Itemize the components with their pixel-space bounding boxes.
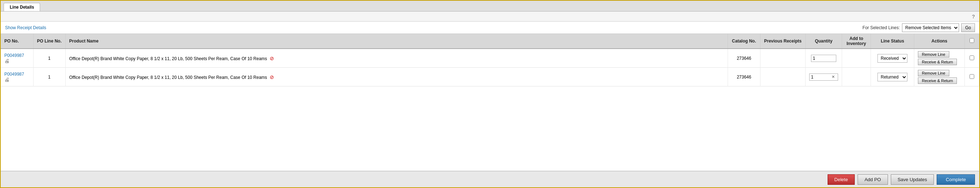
row2-po-no: P0049987 🖨 [1, 68, 33, 87]
row2-checkbox-cell [965, 68, 979, 87]
row1-previous-receipts [760, 49, 805, 68]
row2-actions-cell: Remove Line Receive & Return [914, 68, 965, 87]
row1-po-link[interactable]: P0049987 [4, 53, 24, 58]
table-row: P0049987 🖨 1 Office Depot(R) Brand White… [1, 49, 979, 68]
for-selected-lines-label: For Selected Lines: [863, 25, 900, 30]
col-header-product-name: Product Name [65, 34, 728, 49]
row2-previous-receipts [760, 68, 805, 87]
row1-remove-line-button[interactable]: Remove Line [918, 51, 949, 58]
line-details-tab[interactable]: Line Details [3, 3, 40, 11]
row1-po-no: P0049987 🖨 [1, 49, 33, 68]
row1-line-status-cell: Received Returned Damaged [871, 49, 914, 68]
col-header-line-status: Line Status [871, 34, 914, 49]
row2-remove-line-button[interactable]: Remove Line [918, 70, 949, 76]
col-header-po-line-no: PO Line No. [33, 34, 65, 49]
col-header-catalog-no: Catalog No. [728, 34, 760, 49]
col-header-add-to-inventory: Add toInventory [842, 34, 871, 49]
row1-po-line-no: 1 [33, 49, 65, 68]
help-icon[interactable]: ? [972, 14, 975, 19]
row1-catalog-no: 273646 [728, 49, 760, 68]
col-header-quantity: Quantity [806, 34, 842, 49]
add-po-button[interactable]: Add PO [858, 174, 888, 185]
row1-quantity-input[interactable] [811, 55, 836, 62]
row2-line-status-select[interactable]: Received Returned Damaged [877, 73, 907, 81]
row2-print-icon[interactable]: 🖨 [4, 77, 10, 82]
row1-receive-return-button[interactable]: Receive & Return [918, 59, 957, 65]
row2-checkbox[interactable] [969, 74, 974, 79]
delete-button[interactable]: Delete [827, 174, 855, 185]
row2-product-name: Office Depot(R) Brand White Copy Paper, … [65, 68, 728, 87]
row2-line-status-cell: Received Returned Damaged [871, 68, 914, 87]
row1-print-icon[interactable]: 🖨 [4, 58, 10, 64]
row1-line-status-select[interactable]: Received Returned Damaged [877, 54, 907, 63]
col-header-po-no: PO No. [1, 34, 33, 49]
row1-actions-cell: Remove Line Receive & Return [914, 49, 965, 68]
col-header-previous-receipts: Previous Receipts [760, 34, 805, 49]
row2-po-link[interactable]: P0049987 [4, 72, 24, 77]
select-all-checkbox[interactable] [969, 38, 974, 43]
go-button[interactable]: Go [961, 24, 975, 32]
complete-button[interactable]: Complete [937, 174, 975, 185]
col-header-actions: Actions [914, 34, 965, 49]
row1-quantity-cell [806, 49, 842, 68]
row1-checkbox[interactable] [969, 55, 974, 60]
row2-quantity-input[interactable] [811, 74, 831, 80]
row2-po-line-no: 1 [33, 68, 65, 87]
row2-info-icon[interactable]: ⊘ [270, 74, 274, 80]
footer-bar: Delete Add PO Save Updates Complete [1, 171, 979, 187]
row1-checkbox-cell [965, 49, 979, 68]
save-updates-button[interactable]: Save Updates [891, 174, 934, 185]
line-details-table-container: PO No. PO Line No. Product Name Catalog … [1, 34, 979, 171]
row1-add-to-inventory [842, 49, 871, 68]
row1-product-name: Office Depot(R) Brand White Copy Paper, … [65, 49, 728, 68]
row2-add-to-inventory [842, 68, 871, 87]
col-header-checkbox[interactable] [965, 34, 979, 49]
row2-catalog-no: 273646 [728, 68, 760, 87]
row2-quantity-cell: ✕ [806, 68, 842, 87]
row2-receive-return-button[interactable]: Receive & Return [918, 77, 957, 84]
row1-info-icon[interactable]: ⊘ [270, 55, 274, 61]
row2-quantity-clear-icon[interactable]: ✕ [832, 74, 835, 79]
for-selected-lines-dropdown[interactable]: Remove Selected Items Add Selected Items [902, 24, 959, 32]
show-receipt-details-link[interactable]: Show Receipt Details [5, 25, 46, 30]
table-row: P0049987 🖨 1 Office Depot(R) Brand White… [1, 68, 979, 87]
